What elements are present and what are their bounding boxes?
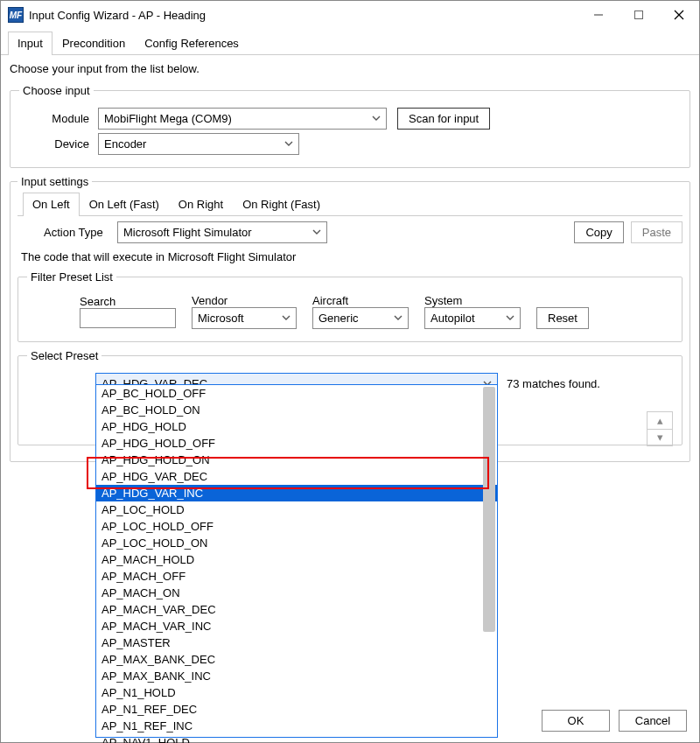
preset-option[interactable]: AP_HDG_HOLD_OFF xyxy=(96,435,497,452)
preset-option[interactable]: AP_HDG_HOLD xyxy=(96,418,497,435)
vendor-combo[interactable]: Microsoft xyxy=(192,307,297,329)
scan-for-input-button[interactable]: Scan for input xyxy=(397,108,490,130)
preset-option[interactable]: AP_MAX_BANK_INC xyxy=(96,668,497,684)
preset-option[interactable]: AP_MACH_VAR_INC xyxy=(96,618,497,634)
scrollbar-thumb[interactable] xyxy=(483,387,495,632)
titlebar: MF Input Config Wizard - AP - Heading xyxy=(1,1,699,29)
app-window: MF Input Config Wizard - AP - Heading In… xyxy=(0,0,700,743)
chevron-down-icon xyxy=(394,312,402,325)
module-combo[interactable]: MobiFlight Mega (COM9) xyxy=(98,108,387,130)
device-combo[interactable]: Encoder xyxy=(98,133,299,155)
exec-description: The code that will execute in Microsoft … xyxy=(21,250,682,263)
reset-button[interactable]: Reset xyxy=(536,307,589,329)
preset-option[interactable]: AP_LOC_HOLD xyxy=(96,501,497,518)
chevron-down-icon xyxy=(282,312,290,325)
device-value: Encoder xyxy=(104,137,146,151)
system-label: System xyxy=(424,294,521,307)
preset-option[interactable]: AP_HDG_HOLD_ON xyxy=(96,452,497,468)
chevron-down-icon[interactable]: ▾ xyxy=(648,430,672,446)
preset-option[interactable]: AP_NAV1_HOLD xyxy=(96,734,497,743)
preset-option[interactable]: AP_MACH_VAR_DEC xyxy=(96,601,497,618)
choose-input-legend: Choose input xyxy=(19,84,94,97)
tab-on-left[interactable]: On Left xyxy=(23,193,80,216)
tab-input[interactable]: Input xyxy=(8,32,52,55)
preset-option[interactable]: AP_LOC_HOLD_ON xyxy=(96,535,497,551)
action-type-label: Action Type xyxy=(44,226,112,239)
chevron-down-icon xyxy=(506,312,514,325)
preset-option[interactable]: AP_BC_HOLD_ON xyxy=(96,402,497,418)
preset-option[interactable]: AP_HDG_VAR_INC xyxy=(96,485,497,501)
matches-count: 73 matches found. xyxy=(507,377,600,390)
close-button[interactable] xyxy=(659,1,699,29)
svg-rect-1 xyxy=(635,11,643,19)
tab-on-right-fast[interactable]: On Right (Fast) xyxy=(233,193,330,216)
chevron-down-icon xyxy=(284,137,293,151)
select-preset-legend: Select Preset xyxy=(27,349,102,362)
vendor-value: Microsoft xyxy=(198,312,244,325)
aircraft-value: Generic xyxy=(318,312,359,325)
system-combo[interactable]: Autopilot xyxy=(424,307,521,329)
filter-preset-group: Filter Preset List Search Vendor Microso… xyxy=(18,270,682,342)
module-value: MobiFlight Mega (COM9) xyxy=(104,112,232,125)
instruction-text: Choose your input from the list below. xyxy=(10,62,690,75)
tab-precondition[interactable]: Precondition xyxy=(52,32,135,55)
search-input[interactable] xyxy=(80,308,176,328)
preset-option[interactable]: AP_BC_HOLD_OFF xyxy=(96,385,497,402)
filter-preset-legend: Filter Preset List xyxy=(27,270,116,284)
cancel-button[interactable]: Cancel xyxy=(619,710,687,732)
vendor-label: Vendor xyxy=(192,294,297,307)
preset-option[interactable]: AP_HDG_VAR_DEC xyxy=(96,468,497,485)
preset-option[interactable]: AP_MACH_HOLD xyxy=(96,551,497,568)
choose-input-group: Choose input Module MobiFlight Mega (COM… xyxy=(10,84,690,168)
window-controls xyxy=(578,1,699,29)
module-label: Module xyxy=(19,112,98,125)
value-stepper[interactable]: ▴ ▾ xyxy=(647,411,673,446)
paste-button[interactable]: Paste xyxy=(631,221,682,243)
preset-option[interactable]: AP_MAX_BANK_DEC xyxy=(96,651,497,668)
preset-option[interactable]: AP_MACH_OFF xyxy=(96,568,497,585)
preset-option[interactable]: AP_LOC_HOLD_OFF xyxy=(96,518,497,535)
event-tabs: On Left On Left (Fast) On Right On Right… xyxy=(18,192,682,216)
dialog-buttons: OK Cancel xyxy=(542,710,687,732)
window-title: Input Config Wizard - AP - Heading xyxy=(29,9,578,22)
action-type-combo[interactable]: Microsoft Flight Simulator xyxy=(117,221,327,243)
action-type-value: Microsoft Flight Simulator xyxy=(123,226,252,239)
preset-dropdown-list[interactable]: AP_BC_HOLD_OFFAP_BC_HOLD_ONAP_HDG_HOLDAP… xyxy=(95,384,498,738)
chevron-down-icon xyxy=(312,226,321,239)
preset-option[interactable]: AP_N1_REF_DEC xyxy=(96,701,497,718)
app-icon: MF xyxy=(8,7,24,23)
preset-option[interactable]: AP_MACH_ON xyxy=(96,585,497,601)
minimize-button[interactable] xyxy=(578,1,619,29)
copy-button[interactable]: Copy xyxy=(574,221,623,243)
preset-option[interactable]: AP_N1_REF_INC xyxy=(96,718,497,734)
aircraft-label: Aircraft xyxy=(312,294,409,307)
system-value: Autopilot xyxy=(430,312,475,325)
preset-option[interactable]: AP_MASTER xyxy=(96,634,497,651)
aircraft-combo[interactable]: Generic xyxy=(312,307,409,329)
input-settings-legend: Input settings xyxy=(18,175,92,188)
chevron-up-icon[interactable]: ▴ xyxy=(648,412,672,430)
search-label: Search xyxy=(80,295,176,308)
maximize-button[interactable] xyxy=(619,1,659,29)
ok-button[interactable]: OK xyxy=(542,710,610,732)
device-label: Device xyxy=(19,137,98,151)
chevron-down-icon xyxy=(372,112,381,125)
main-tabs: Input Precondition Config References xyxy=(1,31,699,55)
tab-config-references[interactable]: Config References xyxy=(135,32,248,55)
tab-on-left-fast[interactable]: On Left (Fast) xyxy=(80,193,169,216)
tab-on-right[interactable]: On Right xyxy=(169,193,233,216)
preset-option[interactable]: AP_N1_HOLD xyxy=(96,684,497,701)
